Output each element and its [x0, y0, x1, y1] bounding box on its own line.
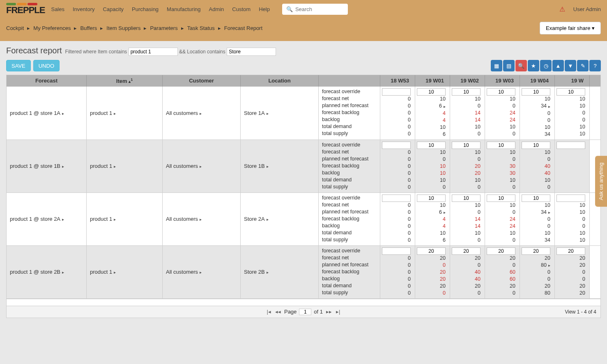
- filter-icon[interactable]: 🔍: [515, 60, 527, 71]
- col-bucket[interactable]: 19 W02: [450, 75, 485, 87]
- override-input[interactable]: [382, 195, 411, 202]
- breadcrumb-item[interactable]: Buffers: [80, 25, 97, 31]
- data-bucket: 1002424100: [485, 193, 520, 245]
- save-button[interactable]: SAVE: [6, 60, 31, 71]
- override-input[interactable]: [556, 195, 585, 202]
- cell-location[interactable]: Store 2B: [241, 246, 319, 298]
- nav-item-admin[interactable]: Admin: [209, 6, 224, 12]
- filter-item-input[interactable]: [129, 48, 178, 56]
- override-input[interactable]: [382, 142, 411, 149]
- star-icon[interactable]: ★: [528, 60, 539, 71]
- cell-item[interactable]: product 1: [87, 87, 163, 139]
- cell-location[interactable]: Store 1A: [241, 87, 319, 139]
- cell-customer[interactable]: All customers: [163, 246, 241, 298]
- logo-text: FREPPLE: [6, 5, 45, 16]
- override-input[interactable]: [417, 142, 446, 149]
- override-input[interactable]: [522, 142, 550, 149]
- override-input[interactable]: [522, 195, 550, 202]
- clock-icon[interactable]: ◷: [540, 60, 552, 71]
- override-input[interactable]: [417, 195, 446, 202]
- pager-first-icon[interactable]: |◂: [266, 309, 272, 315]
- nav-item-capacity[interactable]: Capacity: [103, 6, 124, 12]
- override-input[interactable]: [487, 142, 515, 149]
- col-bucket[interactable]: 19 W04: [520, 75, 555, 87]
- col-bucket[interactable]: 19 W03: [485, 75, 520, 87]
- breadcrumb-item[interactable]: My Preferences: [33, 25, 71, 31]
- alert-icon[interactable]: ⚠: [559, 5, 565, 13]
- horizontal-scrollbar[interactable]: [7, 299, 600, 306]
- cell-item[interactable]: product 1: [87, 246, 163, 298]
- breadcrumb-item[interactable]: Cockpit: [6, 25, 24, 31]
- detail-icon[interactable]: [548, 209, 550, 216]
- nav-item-inventory[interactable]: Inventory: [73, 6, 94, 12]
- pager-prev-icon[interactable]: ◂◂: [274, 309, 282, 315]
- cell-item[interactable]: product 1: [87, 193, 163, 245]
- override-input[interactable]: [452, 88, 481, 96]
- pager-last-icon[interactable]: ▸|: [335, 309, 341, 315]
- cell-customer[interactable]: All customers: [163, 193, 241, 245]
- override-input[interactable]: [556, 88, 585, 96]
- col-forecast[interactable]: Forecast: [7, 75, 87, 87]
- col-location[interactable]: Location: [241, 75, 319, 87]
- ask-us-tab[interactable]: Ask us anything: [595, 156, 607, 207]
- override-input[interactable]: [417, 88, 446, 96]
- col-customer[interactable]: Customer: [163, 75, 241, 87]
- filter-location-input[interactable]: [227, 48, 276, 56]
- table-view-icon[interactable]: ▦: [491, 60, 502, 71]
- breadcrumb-item[interactable]: Parameters: [150, 25, 177, 31]
- col-bucket[interactable]: 19 W01: [415, 75, 450, 87]
- detail-icon[interactable]: [548, 103, 550, 110]
- col-bucket[interactable]: 18 W53: [380, 75, 415, 87]
- override-input[interactable]: [452, 195, 481, 202]
- wrench-icon[interactable]: ✎: [577, 60, 589, 71]
- drill-icon: [114, 163, 116, 169]
- cell-forecast[interactable]: product 1 @ store 2A: [7, 193, 87, 245]
- override-input[interactable]: [382, 247, 411, 255]
- breadcrumb-item[interactable]: Forecast Report: [224, 25, 262, 31]
- cell-customer[interactable]: All customers: [163, 87, 241, 139]
- override-input[interactable]: [417, 247, 446, 255]
- cell-location[interactable]: Store 1B: [241, 140, 319, 192]
- cell-forecast[interactable]: product 1 @ store 1B: [7, 140, 87, 192]
- logo[interactable]: FREPPLE: [6, 3, 45, 16]
- search-box[interactable]: 🔍: [282, 4, 348, 15]
- nav-item-custom[interactable]: Custom: [232, 6, 251, 12]
- col-bucket[interactable]: 19 W: [555, 75, 590, 87]
- override-input[interactable]: [522, 88, 550, 96]
- undo-button[interactable]: UNDO: [33, 60, 60, 71]
- nav-item-sales[interactable]: Sales: [51, 6, 64, 12]
- override-input[interactable]: [487, 195, 515, 202]
- pager-next-icon[interactable]: ▸▸: [325, 309, 333, 315]
- drill-icon: [267, 110, 269, 116]
- nav-item-purchasing[interactable]: Purchasing: [132, 6, 159, 12]
- override-input[interactable]: [522, 247, 550, 255]
- cell-item[interactable]: product 1: [87, 140, 163, 192]
- override-input[interactable]: [487, 247, 515, 255]
- down-icon[interactable]: ▼: [565, 60, 576, 71]
- pager-page-input[interactable]: [299, 309, 311, 315]
- help-icon[interactable]: ?: [589, 60, 601, 71]
- search-input[interactable]: [295, 6, 344, 12]
- override-input[interactable]: [452, 247, 481, 255]
- breadcrumb-item[interactable]: Task Status: [187, 25, 215, 31]
- up-icon[interactable]: ▲: [552, 60, 564, 71]
- cell-forecast[interactable]: product 1 @ store 1A: [7, 87, 87, 139]
- detail-icon[interactable]: [548, 262, 550, 269]
- cell-customer[interactable]: All customers: [163, 140, 241, 192]
- override-input[interactable]: [487, 88, 515, 96]
- cell-forecast[interactable]: product 1 @ store 2B: [7, 246, 87, 298]
- nav-item-manufacturing[interactable]: Manufacturing: [167, 6, 200, 12]
- chart-view-icon[interactable]: ▧: [503, 60, 515, 71]
- breadcrumb-item[interactable]: Item Suppliers: [106, 25, 140, 31]
- example-dropdown[interactable]: Example fair share ▾: [540, 22, 601, 34]
- detail-icon[interactable]: [444, 103, 446, 110]
- nav-item-help[interactable]: Help: [259, 6, 270, 12]
- cell-location[interactable]: Store 2A: [241, 193, 319, 245]
- detail-icon[interactable]: [444, 209, 446, 216]
- override-input[interactable]: [382, 88, 411, 96]
- override-input[interactable]: [556, 247, 585, 255]
- override-input[interactable]: [452, 142, 481, 149]
- user-menu[interactable]: User Admin: [573, 6, 601, 12]
- col-item[interactable]: Item ▴1: [87, 75, 163, 87]
- override-input[interactable]: [556, 142, 585, 149]
